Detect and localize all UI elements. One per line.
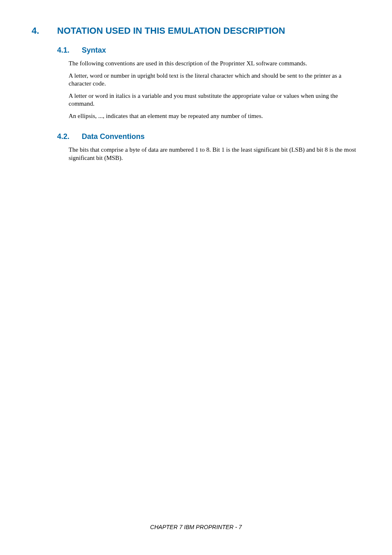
paragraph-text: The bits that comprise a byte of data ar… [69, 146, 360, 162]
paragraph-text: The following conventions are used in th… [69, 60, 360, 68]
heading-1: 4. NOTATION USED IN THIS EMULATION DESCR… [32, 25, 360, 36]
document-page: 4. NOTATION USED IN THIS EMULATION DESCR… [0, 0, 392, 555]
heading-4-2-number: 4.2. [57, 132, 82, 141]
paragraph-text: A letter or word in italics is a variabl… [69, 92, 360, 108]
heading-4-1-title: Syntax [82, 46, 360, 55]
heading-1-number: 4. [32, 25, 57, 36]
paragraph-text: An ellipsis, ..., indicates that an elem… [69, 112, 360, 120]
paragraph-text: A letter, word or number in upright bold… [69, 72, 360, 88]
section-spacer [32, 124, 360, 132]
page-footer: CHAPTER 7 IBM PROPRINTER - 7 [0, 524, 392, 530]
heading-4-1-number: 4.1. [57, 46, 82, 55]
heading-1-title: NOTATION USED IN THIS EMULATION DESCRIPT… [57, 25, 360, 36]
heading-4-1: 4.1. Syntax [57, 46, 360, 55]
heading-4-2-title: Data Conventions [82, 132, 360, 141]
heading-4-2: 4.2. Data Conventions [57, 132, 360, 141]
